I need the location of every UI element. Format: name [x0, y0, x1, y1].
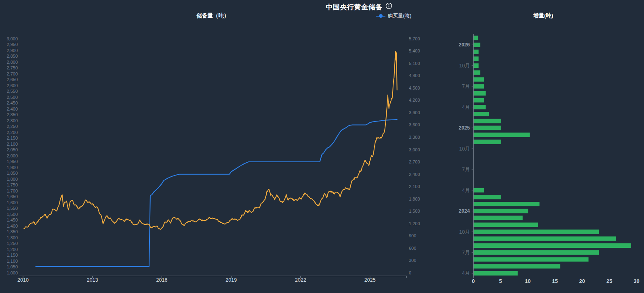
- svg-text:2,400: 2,400: [6, 107, 18, 111]
- svg-text:5,400: 5,400: [409, 48, 420, 53]
- svg-text:4,200: 4,200: [409, 98, 420, 103]
- svg-text:2,750: 2,750: [6, 65, 18, 70]
- svg-text:4月: 4月: [462, 105, 470, 110]
- bar[interactable]: [474, 126, 501, 130]
- left-axis-labels: 1,0001,0501,1001,1501,2001,2501,3001,350…: [6, 36, 18, 275]
- bar[interactable]: [474, 230, 599, 234]
- svg-text:7月: 7月: [462, 167, 470, 172]
- bar[interactable]: [474, 243, 631, 248]
- increment-bars: [474, 36, 631, 276]
- bar[interactable]: [474, 223, 538, 227]
- svg-text:1,200: 1,200: [409, 221, 420, 226]
- gold-price-line: [24, 52, 397, 230]
- svg-text:1,700: 1,700: [6, 188, 18, 193]
- svg-text:1,500: 1,500: [409, 209, 420, 213]
- bar[interactable]: [474, 133, 530, 137]
- bar[interactable]: [474, 195, 501, 199]
- svg-text:2,400: 2,400: [409, 172, 420, 177]
- bar[interactable]: [474, 43, 480, 47]
- right-axis-labels: 03006009001,2001,5001,8002,1002,4002,700…: [409, 36, 420, 275]
- bar[interactable]: [474, 98, 484, 103]
- svg-text:3,900: 3,900: [409, 110, 420, 115]
- svg-text:7月: 7月: [462, 84, 470, 89]
- svg-text:1,350: 1,350: [6, 229, 18, 234]
- bar[interactable]: [474, 216, 523, 220]
- svg-text:2024: 2024: [459, 208, 470, 214]
- bar[interactable]: [474, 140, 501, 144]
- svg-text:2,550: 2,550: [6, 89, 18, 94]
- svg-text:4,800: 4,800: [409, 73, 420, 78]
- svg-text:1,900: 1,900: [6, 165, 18, 170]
- svg-text:30: 30: [633, 278, 639, 284]
- svg-text:4月: 4月: [462, 270, 470, 276]
- svg-text:1,550: 1,550: [6, 206, 18, 211]
- svg-text:1,250: 1,250: [6, 241, 18, 246]
- x-axis: 201020132016201920222025: [17, 276, 406, 283]
- svg-text:1,400: 1,400: [6, 224, 18, 228]
- bar[interactable]: [474, 188, 484, 193]
- bar[interactable]: [474, 250, 599, 255]
- bar[interactable]: [474, 70, 480, 75]
- bar[interactable]: [474, 57, 479, 61]
- bar[interactable]: [474, 264, 560, 268]
- bar[interactable]: [474, 112, 489, 116]
- svg-text:900: 900: [409, 233, 416, 238]
- svg-text:2,850: 2,850: [6, 54, 18, 59]
- bar[interactable]: [474, 119, 501, 123]
- svg-text:1,850: 1,850: [6, 171, 18, 176]
- svg-text:5: 5: [499, 278, 502, 284]
- bar[interactable]: [474, 84, 484, 89]
- svg-text:20: 20: [579, 278, 585, 284]
- reserve-holdings-line: [36, 119, 397, 266]
- svg-text:2019: 2019: [225, 277, 237, 283]
- bar-y-labels: 202610月7月4月202510月7月4月202410月7月4月: [459, 42, 473, 276]
- bar[interactable]: [474, 36, 478, 40]
- bar[interactable]: [474, 209, 528, 213]
- bar[interactable]: [474, 105, 486, 109]
- bar[interactable]: [474, 271, 518, 276]
- svg-text:2,800: 2,800: [6, 60, 18, 65]
- bar[interactable]: [474, 91, 486, 96]
- reserves-line-chart-canvas[interactable]: 1,0001,0501,1001,1501,2001,2501,3001,350…: [0, 0, 428, 293]
- svg-text:3,600: 3,600: [409, 122, 420, 127]
- svg-text:3,300: 3,300: [409, 135, 420, 140]
- svg-text:1,150: 1,150: [6, 253, 18, 257]
- bar-x-labels: 051015202530: [472, 278, 640, 284]
- increment-bar-chart-canvas[interactable]: 202610月7月4月202510月7月4月202410月7月4月0510152…: [442, 0, 644, 293]
- svg-text:2010: 2010: [17, 277, 29, 283]
- svg-text:2,250: 2,250: [6, 124, 18, 129]
- svg-text:10月: 10月: [459, 63, 470, 69]
- svg-text:2016: 2016: [156, 277, 168, 283]
- svg-text:1,450: 1,450: [6, 218, 18, 222]
- svg-text:2,950: 2,950: [6, 42, 18, 47]
- svg-text:2,150: 2,150: [6, 136, 18, 140]
- svg-text:2013: 2013: [87, 277, 98, 283]
- svg-text:2,350: 2,350: [6, 112, 18, 117]
- svg-text:2,300: 2,300: [6, 118, 18, 123]
- svg-text:0: 0: [472, 278, 475, 284]
- bar[interactable]: [474, 63, 479, 68]
- svg-text:1,500: 1,500: [6, 212, 18, 217]
- svg-text:1,200: 1,200: [6, 247, 18, 252]
- svg-text:2,200: 2,200: [6, 130, 18, 135]
- bar[interactable]: [474, 202, 540, 206]
- svg-text:1,300: 1,300: [6, 235, 18, 240]
- svg-text:4,500: 4,500: [409, 86, 420, 90]
- bar[interactable]: [474, 77, 484, 82]
- svg-text:2,000: 2,000: [6, 153, 18, 158]
- svg-text:1,750: 1,750: [6, 182, 18, 187]
- svg-text:2025: 2025: [459, 125, 470, 131]
- bar[interactable]: [474, 257, 589, 262]
- svg-text:1,800: 1,800: [6, 177, 18, 182]
- svg-text:2022: 2022: [295, 277, 306, 283]
- svg-text:2,450: 2,450: [6, 100, 18, 105]
- svg-text:2,600: 2,600: [6, 83, 18, 88]
- svg-text:1,050: 1,050: [6, 264, 18, 269]
- svg-text:3,000: 3,000: [409, 147, 420, 152]
- svg-text:300: 300: [409, 258, 416, 263]
- bar[interactable]: [474, 50, 479, 54]
- bar[interactable]: [474, 236, 616, 241]
- svg-text:2,700: 2,700: [6, 71, 18, 76]
- svg-text:1,100: 1,100: [6, 259, 18, 264]
- svg-text:2,700: 2,700: [409, 159, 420, 164]
